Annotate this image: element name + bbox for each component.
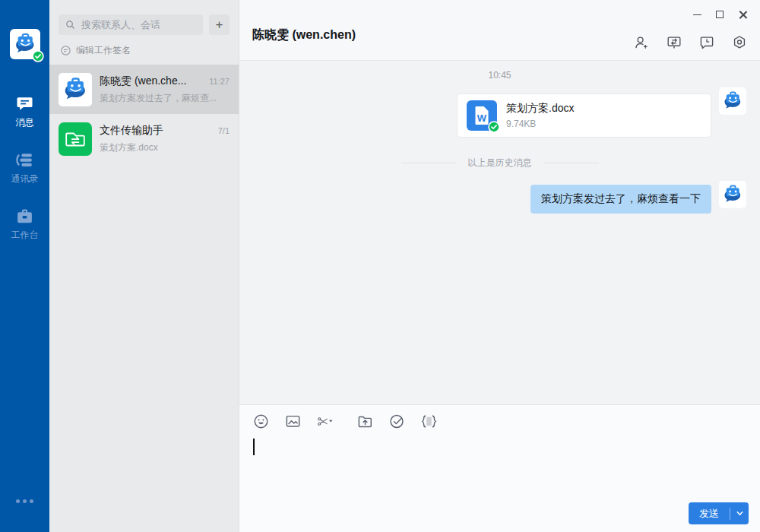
text-caret [253, 439, 255, 455]
search-input[interactable] [81, 19, 197, 30]
chevron-down-icon [736, 509, 744, 518]
close-button[interactable] [731, 6, 754, 23]
todo-check-button[interactable] [388, 413, 406, 430]
image-button[interactable] [284, 413, 302, 430]
nav-label-contacts: 通讯录 [11, 173, 39, 185]
nav-item-contacts[interactable]: 通讯录 [11, 150, 39, 185]
chat-item-chenxiaowen[interactable]: 陈晓雯 (wen.che... 11:27 策划方案发过去了，麻烦查... [49, 65, 239, 114]
nav-item-workbench[interactable]: 工作台 [11, 207, 39, 242]
message-bubble[interactable]: 策划方案发过去了，麻烦查看一下 [530, 185, 711, 214]
send-file-button[interactable] [356, 413, 374, 430]
wecom-logo-icon [61, 75, 90, 104]
online-check-badge-icon [32, 50, 44, 62]
sender-avatar[interactable] [719, 181, 746, 208]
chat-time: 11:27 [209, 77, 230, 86]
file-name: 策划方案.docx [506, 102, 574, 116]
image-icon [284, 413, 302, 430]
settings-button[interactable] [731, 34, 748, 51]
svg-text:W: W [477, 112, 487, 124]
emoji-button[interactable] [252, 413, 270, 430]
add-member-button[interactable] [633, 34, 650, 51]
snippet-button[interactable] [420, 413, 438, 430]
history-divider: 以上是历史消息 [253, 157, 746, 169]
conversation-header: 陈晓雯 (wen.chen) [239, 0, 760, 61]
workbench-icon [15, 207, 34, 226]
nav-label-workbench: 工作台 [11, 229, 39, 242]
check-circle-icon [388, 413, 406, 430]
minimize-button[interactable] [686, 6, 708, 23]
settings-icon [731, 34, 748, 51]
file-message-row: W 策划方案.docx 9.74KB [253, 87, 746, 138]
screen-share-button[interactable] [666, 34, 682, 51]
chat-avatar [59, 122, 92, 156]
chat-preview: 策划方案发过去了，麻烦查... [100, 92, 230, 105]
file-size: 9.74KB [506, 119, 574, 129]
screenshot-button[interactable] [316, 413, 342, 430]
screenshot-scissors-icon [316, 413, 334, 430]
chat-history-button[interactable] [698, 34, 715, 51]
search-icon [65, 19, 76, 30]
wecom-logo-icon [721, 183, 744, 206]
chat-name: 陈晓雯 (wen.che... [100, 74, 204, 88]
composer: 发送 [239, 404, 760, 532]
chat-list-panel: + 编辑工作签名 陈晓雯 (wen.che... 11:27 策划方案发过去了，… [49, 0, 239, 532]
chat-history-icon [698, 34, 715, 51]
chat-time: 7/1 [218, 126, 230, 135]
send-file-icon [356, 413, 374, 430]
chat-preview: 策划方案.docx [100, 141, 230, 154]
signature-label: 编辑工作签名 [76, 44, 131, 57]
file-transfer-icon [59, 122, 92, 156]
nav-item-messages[interactable]: 消息 [15, 94, 34, 129]
sent-check-badge-icon [488, 121, 500, 133]
messages-icon [15, 94, 34, 113]
wecom-logo-icon [721, 90, 744, 112]
sender-avatar[interactable] [719, 87, 746, 115]
message-area: 10:45 W 策划方案.docx 9.74KB [239, 61, 760, 404]
close-icon [739, 11, 747, 19]
signature-icon [60, 45, 71, 56]
minimize-icon [693, 14, 701, 15]
edit-signature[interactable]: 编辑工作签名 [49, 43, 239, 65]
maximize-icon [716, 11, 724, 18]
more-dots-icon [16, 499, 20, 503]
search-row: + [49, 0, 239, 43]
emoji-icon [252, 413, 270, 430]
message-timestamp: 10:45 [253, 70, 746, 81]
create-chat-button[interactable]: + [209, 14, 230, 35]
search-box[interactable] [59, 14, 203, 35]
more-menu-button[interactable] [16, 499, 33, 503]
chat-name: 文件传输助手 [100, 124, 214, 138]
chat-avatar [59, 73, 92, 106]
add-member-icon [633, 34, 650, 51]
send-button[interactable]: 发送 [689, 502, 749, 524]
wecom-window: 消息 通讯录 工作台 [0, 0, 760, 532]
chat-item-file-transfer[interactable]: 文件传输助手 7/1 策划方案.docx [49, 114, 239, 163]
message-input[interactable] [239, 430, 760, 483]
contacts-icon [15, 150, 34, 169]
header-actions [633, 34, 748, 51]
send-options-button[interactable] [730, 509, 749, 518]
app-sidebar: 消息 通讯录 工作台 [0, 0, 49, 532]
nav-label-messages: 消息 [16, 116, 34, 129]
my-avatar[interactable] [10, 29, 40, 59]
text-message-row: 策划方案发过去了，麻烦查看一下 [253, 181, 746, 214]
conversation-pane: 陈晓雯 (wen.chen) [239, 0, 760, 532]
maximize-button[interactable] [708, 6, 731, 23]
screen-share-icon [666, 34, 682, 51]
window-controls [686, 6, 754, 23]
history-divider-label: 以上是历史消息 [468, 157, 532, 169]
send-label: 发送 [689, 507, 730, 521]
code-snippet-icon [420, 413, 438, 430]
chat-items: 陈晓雯 (wen.che... 11:27 策划方案发过去了，麻烦查... [49, 65, 239, 532]
conversation-title: 陈晓雯 (wen.chen) [252, 27, 356, 43]
composer-toolbar [239, 405, 760, 430]
plus-icon: + [216, 17, 223, 33]
sidebar-nav: 消息 通讯录 工作台 [11, 94, 39, 263]
file-message-card[interactable]: W 策划方案.docx 9.74KB [457, 93, 711, 138]
